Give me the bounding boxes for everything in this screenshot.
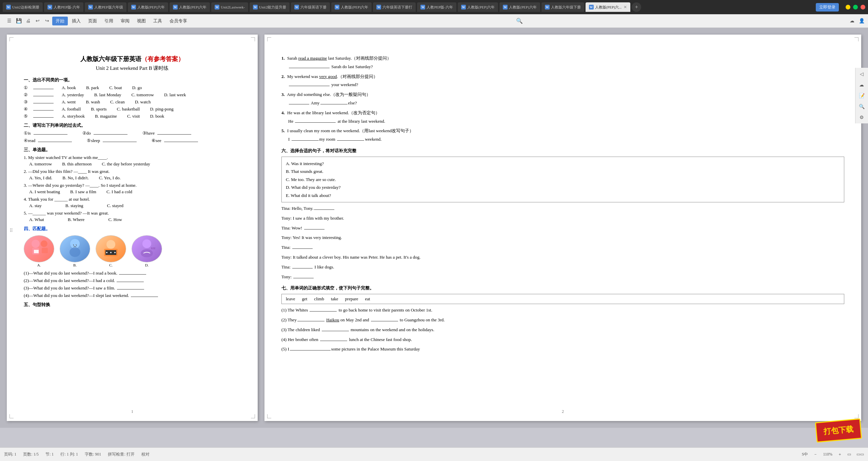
view-double-icon[interactable]: ▭▭ bbox=[856, 452, 864, 457]
tab-3[interactable]: W 人教PEP版六年级 bbox=[85, 2, 126, 12]
pt-blank2 bbox=[94, 134, 127, 135]
tab-9[interactable]: W 人教版(PEP)六年 bbox=[331, 2, 372, 12]
tab-8[interactable]: W 六年级英语下册 bbox=[291, 2, 330, 12]
tq5-blank1 bbox=[292, 140, 319, 141]
panel-icon-1[interactable]: ◁ bbox=[857, 69, 866, 79]
panel-icon-3[interactable]: 📝 bbox=[857, 91, 866, 100]
tab-label-10: 六年级英语下册打 bbox=[382, 5, 412, 10]
s1-a4: A. football bbox=[62, 106, 81, 112]
s1-opts4: A. football B. sports C. basketball D. p… bbox=[62, 106, 174, 112]
cloud-icon[interactable]: ☁ bbox=[848, 17, 856, 25]
r-corner-tr bbox=[854, 37, 859, 41]
tab-icon-9: W bbox=[335, 5, 339, 9]
svg-point-6 bbox=[70, 247, 80, 257]
section4-block: A. B. bbox=[24, 235, 241, 298]
cartoon-img-c bbox=[96, 235, 126, 262]
mcq2: 2. —Did you like this film? —____ It was… bbox=[24, 169, 241, 181]
dl-blank1 bbox=[314, 209, 334, 210]
browser-controls: 立即登录 bbox=[816, 3, 839, 12]
print-icon[interactable]: 🖨 bbox=[24, 17, 32, 25]
menu-vip[interactable]: 会员专享 bbox=[166, 17, 191, 25]
pt-num4: ④read bbox=[24, 138, 35, 143]
s1-a3: A. went bbox=[62, 99, 76, 105]
tq2-ans: your weekend? bbox=[288, 81, 844, 88]
menu-page[interactable]: 页面 bbox=[85, 17, 100, 25]
s1-num2: ② bbox=[24, 92, 28, 98]
tab-11[interactable]: W 人教PEP版-六年 bbox=[417, 2, 456, 12]
tab-icon-3: W bbox=[88, 5, 93, 9]
tab-15[interactable]: W 人教版(PEP)六... ✕ bbox=[586, 2, 631, 12]
menu-ref[interactable]: 引用 bbox=[101, 17, 117, 25]
panel-icon-2[interactable]: ☁ bbox=[857, 80, 866, 89]
undo-icon[interactable]: ↩ bbox=[34, 17, 41, 25]
minimize-button[interactable] bbox=[846, 5, 850, 9]
menu-insert[interactable]: 插入 bbox=[68, 17, 84, 25]
save-icon[interactable]: 💾 bbox=[15, 17, 22, 25]
mcq2-q: 2. —Did you like this film? —____ It was… bbox=[24, 169, 241, 174]
menu-tools[interactable]: 工具 bbox=[150, 17, 165, 25]
menu-items: 开始 插入 页面 引用 审阅 视图 工具 会员专享 bbox=[52, 17, 191, 25]
tab-icon-2: W bbox=[47, 5, 52, 9]
corner-bl bbox=[9, 414, 14, 418]
tab-10[interactable]: W 六年级英语下册打 bbox=[373, 2, 416, 12]
drag-handle[interactable]: ⠿ bbox=[9, 228, 13, 234]
mcq5-b: B. Where bbox=[68, 217, 85, 222]
img-b: B. bbox=[60, 235, 90, 267]
status-pos: 行: 1 列: 1 bbox=[60, 452, 78, 457]
tab-4[interactable]: W 人教版(PEP)六年 bbox=[128, 2, 168, 12]
close-tab-icon[interactable]: ✕ bbox=[624, 5, 627, 10]
fq2-blank1 bbox=[297, 321, 324, 321]
status-page: 页码: 1 bbox=[4, 452, 16, 457]
word-box: leave get climb take prepare eat bbox=[281, 294, 844, 304]
wb-get: get bbox=[302, 296, 307, 302]
tq3-num: 3. bbox=[281, 92, 285, 97]
tab-icon-12: W bbox=[461, 5, 466, 9]
mcq4: 4. Thank you for ______ at our hotel. A.… bbox=[24, 197, 241, 208]
user-icon[interactable]: 👤 bbox=[858, 17, 865, 25]
search-button[interactable]: 🔍 bbox=[516, 18, 523, 24]
mcq5-c: C. How bbox=[108, 217, 122, 222]
page-title: 人教版六年级下册英语（有参考答案） bbox=[24, 55, 241, 63]
dialog-line3: Tina: Wow! bbox=[281, 225, 844, 232]
tab-14[interactable]: W 人教版六年级下册 bbox=[541, 2, 584, 12]
tab-6[interactable]: W Unit2Lastweek- bbox=[211, 2, 248, 12]
section2-block: ①is ②do ③have ④read ⑤sleep bbox=[24, 131, 241, 143]
tab-13[interactable]: W 人教版(PEP)六年 bbox=[499, 2, 540, 12]
menu-icon[interactable]: ☰ bbox=[5, 17, 13, 25]
login-button[interactable]: 立即登录 bbox=[816, 3, 839, 12]
s1-b1: B. park bbox=[86, 85, 99, 91]
s1-c1: C. boat bbox=[109, 85, 122, 91]
tab-1[interactable]: W Unit2达标检测册 bbox=[3, 2, 43, 12]
r-corner-br bbox=[854, 414, 859, 418]
view-single-icon[interactable]: ▭ bbox=[847, 452, 851, 457]
tab-2[interactable]: W 人教PEP版-六年 bbox=[44, 2, 83, 12]
panel-icon-5[interactable]: ⚙ bbox=[857, 113, 866, 122]
s1-opts2: A. yesterday B. last Monday C. tomorrow … bbox=[62, 92, 186, 98]
tab-label-1: Unit2达标检测册 bbox=[12, 5, 39, 10]
maximize-button[interactable] bbox=[853, 5, 858, 9]
zoom-in-btn[interactable]: ＋ bbox=[838, 452, 842, 457]
pt-row2: ④read ⑤sleep ⑥see bbox=[24, 138, 241, 143]
menu-start[interactable]: 开始 bbox=[52, 17, 68, 25]
section3-block: 1. My sister watched TV at home with me_… bbox=[24, 155, 241, 222]
tab-label-9: 人教版(PEP)六年 bbox=[341, 5, 368, 10]
mcq2-b: B. No, I didn't. bbox=[62, 175, 88, 181]
close-button[interactable] bbox=[861, 5, 865, 9]
tab-5[interactable]: W 人教版(PEP)六年 bbox=[170, 2, 210, 12]
tq2-num: 2. bbox=[281, 74, 285, 79]
tab-7[interactable]: W Unit2能力提升册 bbox=[250, 2, 290, 12]
mcq1-c: C. the day before yesterday bbox=[102, 161, 150, 167]
menu-view[interactable]: 视图 bbox=[134, 17, 149, 25]
panel-icon-4[interactable]: 🔍 bbox=[857, 102, 866, 111]
choice-box: A. Was it interesting? B. That sounds gr… bbox=[281, 157, 844, 202]
redo-icon[interactable]: ↪ bbox=[43, 17, 51, 25]
new-tab-button[interactable]: + bbox=[632, 2, 641, 12]
tq2-underline: very good bbox=[319, 74, 337, 79]
zoom-out-btn[interactable]: － bbox=[813, 452, 817, 457]
pt-item2: ②do bbox=[82, 131, 129, 136]
tab-12[interactable]: W 人教版(PEP)六年 bbox=[458, 2, 498, 12]
s1-row5: ⑤ A. storybook B. magazine C. visit D. b… bbox=[24, 114, 241, 119]
download-stamp[interactable]: 打包下载 bbox=[815, 418, 862, 442]
tab-label-14: 人教版六年级下册 bbox=[551, 5, 581, 10]
menu-review[interactable]: 审阅 bbox=[117, 17, 133, 25]
